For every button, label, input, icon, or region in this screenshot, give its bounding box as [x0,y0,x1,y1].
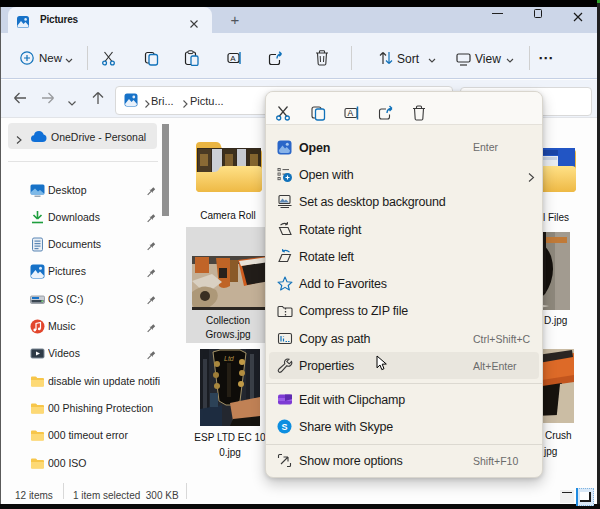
svg-text:A: A [230,54,236,63]
svg-text:A: A [347,108,353,118]
svg-text:Ltd: Ltd [224,355,235,362]
svg-text:S: S [282,422,288,432]
